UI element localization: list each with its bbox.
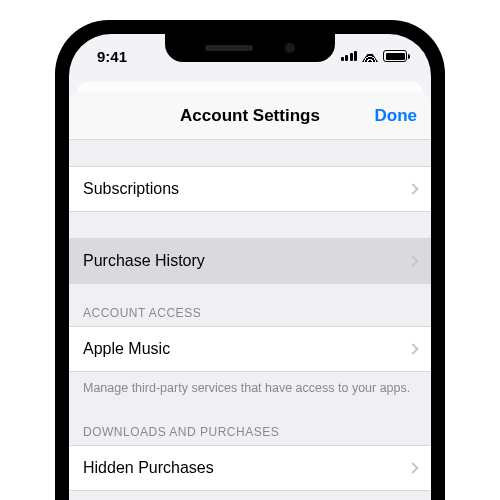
modal-sheet: Account Settings Done Subscriptions Purc…	[69, 92, 431, 500]
status-indicators	[341, 50, 408, 62]
wifi-icon	[362, 50, 378, 62]
row-label: Apple Music	[83, 340, 170, 358]
account-access-header: ACCOUNT ACCESS	[69, 284, 431, 326]
chevron-right-icon	[407, 343, 418, 354]
navigation-bar: Account Settings Done	[69, 92, 431, 140]
purchase-history-row[interactable]: Purchase History	[69, 238, 431, 284]
row-label: Hidden Purchases	[83, 459, 214, 477]
chevron-right-icon	[407, 462, 418, 473]
row-label: Subscriptions	[83, 180, 179, 198]
spacer	[69, 140, 431, 166]
settings-list: Subscriptions Purchase History ACCOUNT A…	[69, 140, 431, 491]
cellular-signal-icon	[341, 51, 358, 61]
notch	[165, 34, 335, 62]
spacer	[69, 212, 431, 238]
downloads-header: DOWNLOADS AND PURCHASES	[69, 403, 431, 445]
done-button[interactable]: Done	[375, 106, 418, 126]
subscriptions-row[interactable]: Subscriptions	[69, 166, 431, 212]
speaker	[205, 45, 253, 51]
status-time: 9:41	[97, 48, 127, 65]
front-camera	[285, 43, 295, 53]
device-frame: 9:41 Account Settings Done Subscrip	[55, 20, 445, 500]
hidden-purchases-row[interactable]: Hidden Purchases	[69, 445, 431, 491]
account-access-footer: Manage third-party services that have ac…	[69, 372, 431, 403]
chevron-right-icon	[407, 255, 418, 266]
row-label: Purchase History	[83, 252, 205, 270]
apple-music-row[interactable]: Apple Music	[69, 326, 431, 372]
battery-icon	[383, 50, 407, 62]
page-title: Account Settings	[180, 106, 320, 126]
screen: 9:41 Account Settings Done Subscrip	[69, 34, 431, 500]
chevron-right-icon	[407, 183, 418, 194]
